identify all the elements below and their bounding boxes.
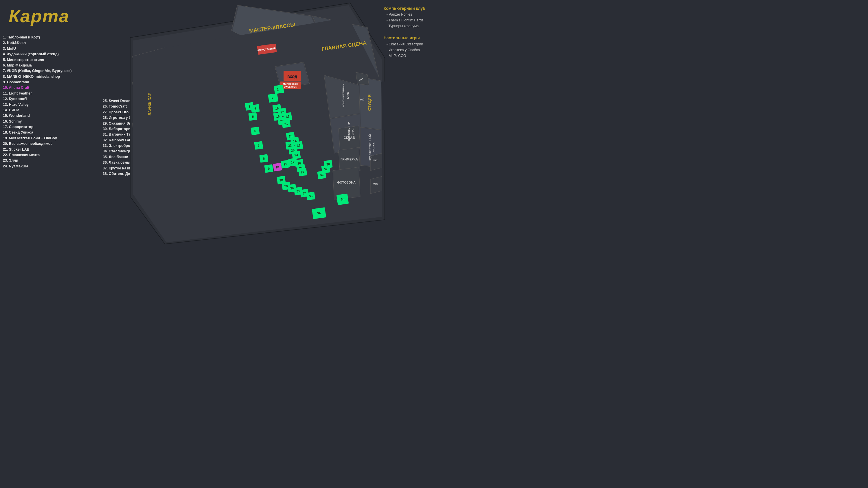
svg-text:УГОЛОК: УГОЛОК [372,142,375,153]
svg-text:КЛУБ: КЛУБ [346,92,349,99]
svg-rect-38 [274,85,284,94]
svg-text:10: 10 [275,165,279,169]
svg-text:11: 11 [283,162,287,166]
svg-text:27: 27 [301,170,305,174]
svg-text:18: 18 [275,106,279,110]
svg-text:WC: WC [374,159,378,162]
svg-text:WC: WC [359,78,363,81]
svg-text:ВХОД: ВХОД [287,75,297,79]
svg-text:26: 26 [297,161,301,165]
svg-text:30: 30 [290,186,294,190]
svg-text:КОМПЬЮТЕРНЫЙ: КОМПЬЮТЕРНЫЙ [342,84,345,107]
info-panel: Компьютерный клуб - Panzer Ponies - Them… [384,5,425,59]
svg-text:ФОТОЗОНА: ФОТОЗОНА [337,181,355,184]
svg-text:31: 31 [296,189,300,193]
svg-text:12: 12 [291,160,295,164]
svg-text:15: 15 [288,134,292,138]
page-title: Карта [9,6,69,26]
svg-text:ХУДОЖЕСТВЕННЫЙ: ХУДОЖЕСТВЕННЫЙ [368,134,372,160]
svg-text:35: 35 [341,197,345,201]
svg-text:МИРОСЕКОН: МИРОСЕКОН [283,83,298,85]
svg-text:21: 21 [284,122,288,126]
svg-marker-25 [370,153,382,170]
svg-text:SWEETCON: SWEETCON [284,86,297,88]
svg-text:СТУДИЯ: СТУДИЯ [367,95,372,111]
svg-text:ИГРЫ: ИГРЫ [351,128,354,136]
svg-text:ЛАУНЖ-БАР: ЛАУНЖ-БАР [148,93,152,116]
svg-text:33: 33 [309,194,313,198]
svg-text:ГРИМЕРКА: ГРИМЕРКА [341,158,358,161]
svg-text:36: 36 [320,173,324,177]
map-container: 1 2 3 4 5 6 7 8 9 10 11 12 13 14 15 16 1… [107,0,385,244]
svg-text:WC: WC [360,98,365,101]
legend-left: 1. Тыблочная и Ко(т) 2. Kott&Kosh 3. Mof… [3,35,72,169]
svg-text:СКЛАД: СКЛАД [344,136,355,139]
svg-text:32: 32 [302,191,306,195]
svg-text:WC: WC [374,183,378,186]
svg-marker-20 [381,82,385,130]
svg-text:28: 28 [279,178,283,182]
svg-text:38: 38 [326,162,330,166]
